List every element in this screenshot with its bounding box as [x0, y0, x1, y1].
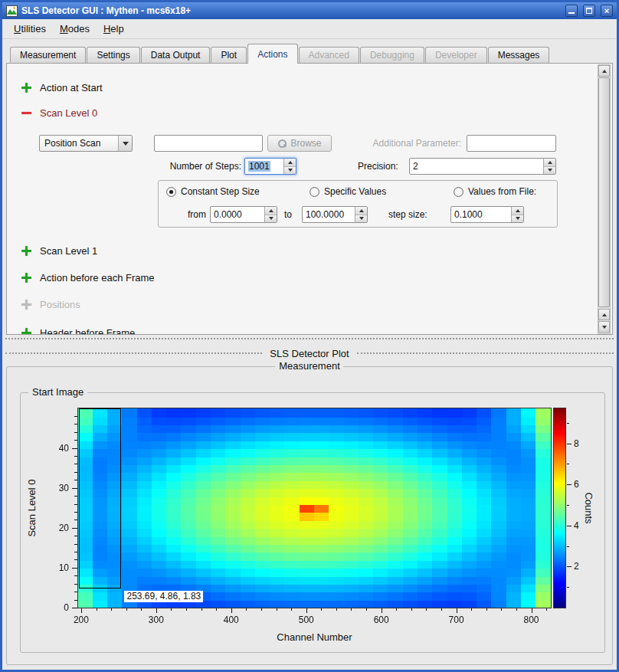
- specific-values-radio[interactable]: [310, 187, 319, 197]
- positions-label: Positions: [40, 299, 80, 310]
- start-image-group-title: Start Image: [28, 386, 87, 398]
- precision-spinbox[interactable]: 2: [409, 158, 556, 175]
- specific-values-radio-item[interactable]: Specific Values: [310, 185, 386, 198]
- header-before-frame-row[interactable]: Header before Frame: [21, 326, 135, 335]
- tab-actions[interactable]: Actions: [247, 44, 297, 64]
- from-spinbox[interactable]: 0.0000: [210, 206, 277, 223]
- tab-messages[interactable]: Messages: [488, 47, 550, 63]
- expand-plus-icon[interactable]: [21, 273, 31, 283]
- expand-plus-icon[interactable]: [21, 328, 31, 336]
- y-tick: [72, 608, 77, 608]
- actions-tab-page: Action at Start Scan Level 0 Position Sc…: [6, 63, 613, 335]
- y-minor-tick: [74, 416, 77, 417]
- spin-down-icon: [516, 217, 520, 220]
- menu-help[interactable]: Help: [97, 20, 131, 38]
- y-tick-label: 10: [41, 562, 69, 573]
- from-value: 0.0000: [214, 209, 242, 220]
- y-tick: [72, 568, 77, 569]
- collapse-minus-icon[interactable]: [21, 108, 31, 118]
- plot-dock-titlebar[interactable]: SLS Detector Plot: [5, 346, 614, 360]
- from-spin-up-button[interactable]: [265, 207, 277, 215]
- tab-data-output[interactable]: Data Output: [141, 47, 211, 63]
- scroll-up-button[interactable]: [598, 65, 610, 77]
- scan-level-1-row[interactable]: Scan Level 1: [21, 244, 97, 257]
- minimize-button[interactable]: [565, 5, 578, 17]
- spin-down-icon: [548, 169, 552, 172]
- splitter-handle[interactable]: [5, 338, 614, 339]
- steps-spinbox[interactable]: 1001: [244, 158, 296, 175]
- combobox-dropdown-button[interactable]: [118, 136, 132, 151]
- x-minor-tick: [126, 608, 127, 611]
- tab-developer: Developer: [425, 47, 487, 63]
- scroll-up-button-bottom[interactable]: [598, 309, 610, 320]
- heatmap-canvas[interactable]: [78, 408, 551, 608]
- tab-measurement[interactable]: Measurement: [10, 47, 86, 63]
- scroll-down-button[interactable]: [598, 321, 610, 333]
- x-minor-tick: [216, 608, 217, 611]
- y-minor-tick: [74, 584, 77, 585]
- steps-spin-down-button[interactable]: [284, 167, 296, 175]
- x-minor-tick: [111, 608, 112, 611]
- constant-step-size-radio-item[interactable]: Constant Step Size: [166, 185, 260, 198]
- spin-down-icon: [288, 169, 293, 172]
- additional-parameter-input[interactable]: [467, 135, 556, 152]
- spin-up-icon: [516, 209, 520, 212]
- to-spin-up-button[interactable]: [355, 207, 367, 215]
- to-value: 100.0000: [306, 209, 344, 220]
- precision-spin-up-button[interactable]: [544, 159, 555, 167]
- app-window: SLS Detector GUI : Mythen - mcs6x18+ × U…: [0, 0, 619, 672]
- values-from-file-radio[interactable]: [454, 187, 463, 197]
- to-spinbox[interactable]: 100.0000: [302, 206, 368, 223]
- z-minor-tick: [567, 546, 569, 547]
- step-size-spin-up-button[interactable]: [512, 207, 523, 215]
- scan-mode-combobox[interactable]: Position Scan: [39, 135, 133, 152]
- x-minor-tick: [426, 608, 427, 611]
- from-spin-down-button[interactable]: [265, 215, 277, 223]
- constant-step-size-radio[interactable]: [166, 187, 176, 197]
- y-minor-tick: [74, 464, 77, 464]
- step-size-spin-down-button[interactable]: [512, 215, 523, 223]
- scrollbar-thumb[interactable]: [598, 77, 610, 307]
- y-tick-label: 20: [41, 523, 69, 533]
- x-minor-tick: [321, 608, 322, 611]
- y-tick: [72, 488, 77, 489]
- titlebar[interactable]: SLS Detector GUI : Mythen - mcs6x18+ ×: [2, 2, 617, 19]
- scan-level-0-row[interactable]: Scan Level 0: [21, 107, 97, 119]
- menu-utilities[interactable]: Utilities: [7, 20, 53, 38]
- close-button[interactable]: ×: [601, 5, 613, 17]
- spin-up-icon: [288, 161, 293, 164]
- header-before-frame-label: Header before Frame: [40, 327, 135, 336]
- expand-plus-icon[interactable]: [21, 246, 31, 256]
- y-minor-tick: [74, 552, 77, 552]
- precision-spin-down-button[interactable]: [544, 167, 555, 175]
- colorbar-frame: [553, 408, 566, 608]
- menu-modes[interactable]: Modes: [53, 20, 97, 38]
- action-before-each-frame-label: Action before each Frame: [40, 272, 155, 284]
- maximize-button[interactable]: [583, 5, 595, 17]
- action-at-start-row[interactable]: Action at Start: [21, 81, 103, 93]
- tab-settings[interactable]: Settings: [87, 47, 139, 63]
- step-size-spinbox[interactable]: 0.1000: [450, 206, 524, 223]
- y-minor-tick: [74, 536, 77, 536]
- y-axis-title: Scan Level 0: [26, 479, 38, 536]
- x-minor-tick: [277, 608, 277, 611]
- zoom-selection-rect: [79, 408, 122, 588]
- vertical-scrollbar[interactable]: [598, 64, 611, 334]
- script-input[interactable]: [154, 135, 263, 152]
- start-image-group: Start Image Channel Number Scan Level 0 …: [20, 392, 605, 653]
- x-tick: [532, 608, 532, 613]
- to-spin-down-button[interactable]: [355, 215, 367, 223]
- steps-spin-up-button[interactable]: [284, 159, 296, 167]
- values-from-file-radio-item[interactable]: Values from File:: [454, 185, 536, 198]
- z-tick: [567, 484, 572, 485]
- arrow-down-icon: [602, 326, 607, 329]
- additional-parameter-label: Additional Parameter:: [355, 135, 461, 152]
- action-before-each-frame-row[interactable]: Action before each Frame: [21, 271, 155, 284]
- to-label: to: [284, 206, 292, 223]
- position-tracker: 253.69, 4.86, 1.83: [124, 591, 203, 602]
- tab-plot[interactable]: Plot: [211, 47, 247, 63]
- expand-plus-icon[interactable]: [21, 83, 31, 93]
- y-minor-tick: [74, 520, 77, 520]
- tab-advanced: Advanced: [299, 47, 359, 63]
- x-tick-label: 300: [137, 615, 175, 625]
